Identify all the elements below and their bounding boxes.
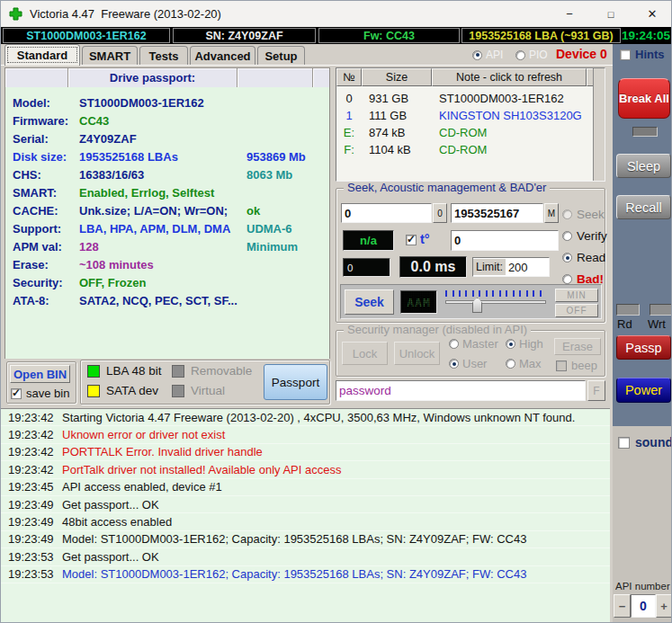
erase-button[interactable]: Erase [554, 338, 601, 355]
passport-row-support: Support: LBA, HPA, APM, DLM, DMA UDMA-6 [5, 219, 329, 237]
drive-note: KINGSTON SH103S3120G [432, 109, 582, 122]
field-value: ST1000DM003-1ER162 [79, 96, 246, 110]
recall-button[interactable]: Recall [616, 195, 671, 219]
field-value: SATA2, NCQ, PEC, SCT, SF... [79, 294, 246, 307]
api-number-decrement-button[interactable]: − [614, 594, 631, 618]
mode-read-radio-circle-icon[interactable] [562, 253, 572, 263]
max-radio[interactable]: Max [506, 357, 542, 370]
tab-standard[interactable]: Standard [4, 44, 80, 66]
pio-radio[interactable]: PIO [515, 49, 548, 61]
virtual-label: Virtual [191, 384, 225, 397]
password-input[interactable] [336, 380, 586, 401]
drive-list-scrollbar[interactable] [593, 68, 605, 181]
drive-list-header-note[interactable]: Note - click to refresh [432, 68, 587, 86]
mode-bad-radio-circle-icon[interactable] [562, 274, 572, 284]
high-radio[interactable]: High [506, 337, 543, 351]
passport-row-ata8: ATA-8: SATA2, NCQ, PEC, SCT, SF... [5, 291, 329, 309]
sound-checkbox-box-icon[interactable] [618, 437, 630, 449]
power-button[interactable]: Power [616, 378, 671, 403]
log-text: 48bit access enabled [51, 515, 172, 529]
mode-seek-radio-circle-icon[interactable] [562, 209, 572, 219]
user-radio-circle-icon[interactable] [449, 359, 459, 369]
pio-radio-circle-icon[interactable] [515, 50, 525, 60]
drive-row[interactable]: F: 1104 kB CD-ROM [336, 141, 605, 158]
drive-num: 1 [336, 109, 362, 122]
open-bin-button[interactable]: Open BIN [10, 365, 70, 383]
temperature-input[interactable] [451, 230, 559, 251]
log-text: Uknown error or driver not exist [51, 428, 225, 441]
unlock-button[interactable]: Unlock [394, 342, 440, 365]
save-bin-checkbox[interactable]: save bin [11, 387, 69, 400]
log-time: 19:23:49 [1, 532, 51, 546]
passport-row-serial: Serial: Z4Y09ZAF [5, 129, 329, 147]
drive-list-header-num[interactable]: № [336, 68, 362, 86]
minimize-icon[interactable]: − [549, 1, 590, 27]
master-radio[interactable]: Master [449, 337, 498, 351]
save-bin-label: save bin [26, 387, 69, 400]
log-entry: 19:23:49 Model: ST1000DM003-1ER162; Capa… [1, 531, 610, 548]
tab-setup[interactable]: Setup [257, 46, 305, 66]
start-lba-zero-button[interactable]: 0 [433, 203, 447, 223]
start-lba-input[interactable] [341, 203, 432, 223]
save-bin-checkbox-box-icon[interactable] [11, 388, 22, 399]
max-label: Max [519, 357, 542, 370]
log-text: Get passport... OK [51, 550, 159, 564]
log-entry: 19:23:42 PortTalk driver not installed! … [1, 461, 610, 478]
seek-panel: Seek, Acoustic management & BAD'er 0 M S… [336, 188, 605, 323]
field-label: Security: [13, 276, 79, 289]
drive-row[interactable]: 0 931 GB ST1000DM003-1ER162 [336, 90, 605, 107]
lock-button[interactable]: Lock [342, 342, 388, 365]
log-text: Model: ST1000DM003-1ER162; Capacity: 195… [51, 567, 526, 581]
seek-button[interactable]: Seek [345, 289, 394, 315]
end-lba-max-button[interactable]: M [544, 203, 559, 223]
tab-advanced[interactable]: Advanced [190, 46, 255, 66]
drive-num: F: [336, 143, 362, 156]
field-label: Model: [13, 96, 79, 110]
api-number-increment-button[interactable]: + [656, 594, 672, 618]
field-value: 1953525168 LBAs [79, 150, 246, 164]
sound-checkbox[interactable]: sound [618, 435, 672, 449]
mode-verify-radio[interactable]: Verify [562, 229, 607, 243]
master-radio-circle-icon[interactable] [449, 339, 459, 349]
close-icon[interactable]: ✕ [632, 1, 672, 27]
sleep-button[interactable]: Sleep [616, 154, 671, 178]
maximize-icon[interactable]: □ [590, 1, 632, 27]
temperature-checkbox-box-icon[interactable] [406, 235, 417, 245]
limit-input[interactable] [506, 260, 549, 275]
aam-slider[interactable] [445, 290, 546, 304]
hints-checkbox[interactable]: Hints [620, 48, 665, 61]
field-label: SMART: [13, 186, 79, 200]
sata-label: SATA dev [106, 384, 158, 397]
device-label: Device 0 [556, 47, 607, 61]
beep-checkbox-box-icon[interactable] [556, 360, 567, 371]
tab-tests[interactable]: Tests [139, 46, 188, 66]
user-label: User [462, 357, 487, 370]
beep-checkbox[interactable]: beep [556, 359, 597, 372]
api-radio[interactable]: API [472, 49, 503, 61]
mode-seek-radio[interactable]: Seek [562, 208, 605, 221]
end-lba-input[interactable] [451, 203, 543, 223]
hints-checkbox-box-icon[interactable] [620, 49, 631, 60]
field-label: Disk size: [13, 150, 79, 164]
drive-row[interactable]: E: 874 kB CD-ROM [336, 124, 605, 141]
tab-smart[interactable]: SMART [82, 46, 138, 66]
max-radio-circle-icon[interactable] [506, 359, 515, 369]
beep-label: beep [571, 359, 597, 372]
master-label: Master [462, 337, 498, 351]
mode-read-radio[interactable]: Read [562, 251, 605, 264]
drive-list-header-size[interactable]: Size [362, 68, 432, 86]
aam-off-button[interactable]: OFF [555, 304, 598, 317]
drive-row[interactable]: 1 111 GB KINGSTON SH103S3120G [336, 107, 605, 124]
get-passport-button[interactable]: Passport [264, 364, 327, 400]
passp-button[interactable]: Passp [616, 335, 671, 360]
high-radio-circle-icon[interactable] [506, 339, 515, 349]
hints-label: Hints [635, 48, 665, 61]
password-file-button[interactable]: F [587, 380, 605, 401]
mode-verify-radio-circle-icon[interactable] [562, 231, 572, 241]
api-radio-circle-icon[interactable] [472, 50, 482, 60]
aam-min-button[interactable]: MIN [555, 289, 598, 302]
drive-passport-body: Model: ST1000DM003-1ER162 Firmware: CC43… [5, 87, 329, 359]
break-all-button[interactable]: Break All [618, 78, 670, 119]
drive-size: 111 GB [362, 109, 432, 122]
user-radio[interactable]: User [449, 357, 487, 370]
